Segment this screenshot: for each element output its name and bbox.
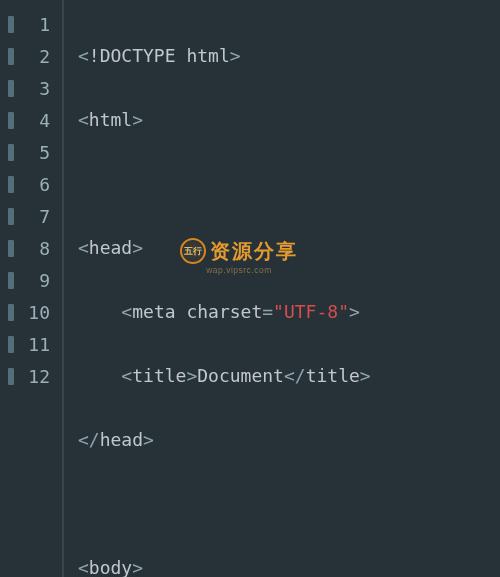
- code-line: <html>: [78, 104, 500, 136]
- gutter-row: 2: [0, 40, 62, 72]
- line-number: 9: [26, 270, 50, 291]
- fold-indicator-icon: [8, 368, 14, 385]
- code-line: <head>: [78, 232, 500, 264]
- line-number: 3: [26, 78, 50, 99]
- code-line: </head>: [78, 424, 500, 456]
- code-editor: 1 2 3 4 5 6 7 8 9 10 11 12 <!DOCTYPE htm…: [0, 0, 500, 577]
- gutter-row: 1: [0, 8, 62, 40]
- line-number: 2: [26, 46, 50, 67]
- fold-indicator-icon: [8, 144, 14, 161]
- code-line: <!DOCTYPE html>: [78, 40, 500, 72]
- gutter-row: 11: [0, 328, 62, 360]
- gutter-row: 3: [0, 72, 62, 104]
- gutter-row: 8: [0, 232, 62, 264]
- code-line: <body>: [78, 552, 500, 577]
- gutter-row: 12: [0, 360, 62, 392]
- fold-indicator-icon: [8, 272, 14, 289]
- fold-indicator-icon: [8, 176, 14, 193]
- gutter-row: 9: [0, 264, 62, 296]
- gutter-row: 6: [0, 168, 62, 200]
- line-number: 11: [26, 334, 50, 355]
- line-number-gutter: 1 2 3 4 5 6 7 8 9 10 11 12: [0, 0, 62, 577]
- fold-indicator-icon: [8, 112, 14, 129]
- gutter-row: 5: [0, 136, 62, 168]
- line-number: 10: [26, 302, 50, 323]
- code-line: <meta charset="UTF-8">: [78, 296, 500, 328]
- fold-indicator-icon: [8, 16, 14, 33]
- fold-indicator-icon: [8, 336, 14, 353]
- line-number: 4: [26, 110, 50, 131]
- line-number: 1: [26, 14, 50, 35]
- gutter-row: 4: [0, 104, 62, 136]
- line-number: 8: [26, 238, 50, 259]
- fold-indicator-icon: [8, 240, 14, 257]
- code-line: <title>Document</title>: [78, 360, 500, 392]
- gutter-row: 10: [0, 296, 62, 328]
- gutter-row: 7: [0, 200, 62, 232]
- fold-indicator-icon: [8, 208, 14, 225]
- line-number: 12: [26, 366, 50, 387]
- line-number: 5: [26, 142, 50, 163]
- code-line: [78, 488, 500, 520]
- fold-indicator-icon: [8, 80, 14, 97]
- line-number: 6: [26, 174, 50, 195]
- line-number: 7: [26, 206, 50, 227]
- fold-indicator-icon: [8, 48, 14, 65]
- code-area[interactable]: <!DOCTYPE html> <html> <head> <meta char…: [64, 0, 500, 577]
- code-line: [78, 168, 500, 200]
- fold-indicator-icon: [8, 304, 14, 321]
